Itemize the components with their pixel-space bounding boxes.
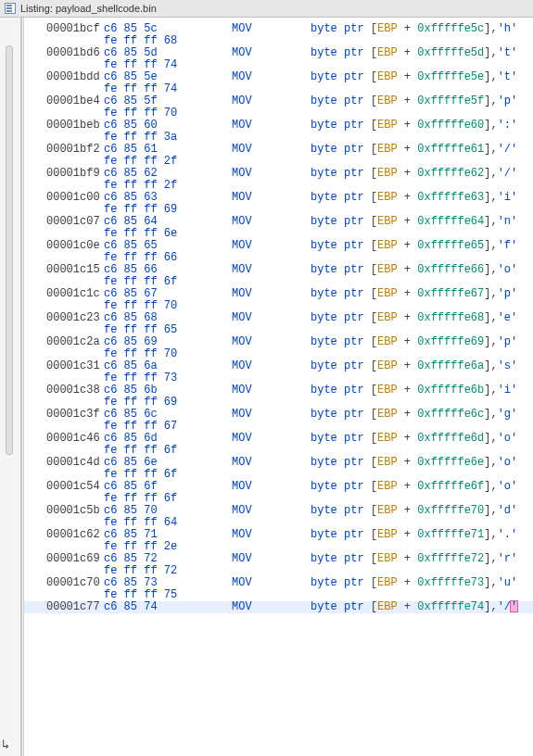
plus: + xyxy=(398,143,418,156)
register: EBP xyxy=(377,287,398,300)
offset: 0xfffffe6f xyxy=(417,480,484,493)
address: 00001bd6 xyxy=(46,47,100,59)
offset: 0xfffffe6a xyxy=(417,359,484,372)
disasm-line[interactable]: 00001c2ac6 85 69MOVbyte ptr [EBP + 0xfff… xyxy=(24,336,533,348)
keyword-byte: byte xyxy=(311,70,337,83)
comma: , xyxy=(490,456,497,469)
keyword-ptr: ptr xyxy=(344,600,364,613)
comma: , xyxy=(490,480,497,493)
keyword-ptr: ptr xyxy=(344,46,364,59)
offset: 0xfffffe61 xyxy=(417,143,484,156)
keyword-ptr: ptr xyxy=(344,504,364,517)
register: EBP xyxy=(377,191,398,204)
text-cursor: ' xyxy=(511,601,517,611)
register: EBP xyxy=(377,263,398,276)
disasm-line[interactable]: 00001c46c6 85 6dMOVbyte ptr [EBP + 0xfff… xyxy=(24,433,533,445)
plus: + xyxy=(398,528,418,541)
disasm-line[interactable]: 00001c1cc6 85 67MOVbyte ptr [EBP + 0xfff… xyxy=(24,288,533,300)
disasm-line[interactable]: 00001bebc6 85 60MOVbyte ptr [EBP + 0xfff… xyxy=(24,120,533,132)
disasm-line[interactable]: 00001c07c6 85 64MOVbyte ptr [EBP + 0xfff… xyxy=(24,216,533,228)
comma: , xyxy=(490,311,497,324)
operand: byte ptr [EBP + 0xfffffe61],'/' xyxy=(311,144,517,156)
bracket-open: [ xyxy=(371,576,377,589)
comma: , xyxy=(490,70,497,83)
register: EBP xyxy=(377,215,398,228)
bytes: c6 85 74 xyxy=(104,601,158,613)
bracket-open: [ xyxy=(371,119,377,132)
title-filename: payload_shellcode.bin xyxy=(56,0,157,17)
keyword-ptr: ptr xyxy=(344,263,364,276)
disasm-line[interactable]: 00001be4c6 85 5fMOVbyte ptr [EBP + 0xfff… xyxy=(24,95,533,107)
operand: byte ptr [EBP + 0xfffffe6e],'o' xyxy=(311,457,517,469)
disasm-line[interactable]: 00001c69c6 85 72MOVbyte ptr [EBP + 0xfff… xyxy=(24,553,533,565)
char-literal: 'd' xyxy=(498,504,518,517)
disasm-line[interactable]: 00001c62c6 85 71MOVbyte ptr [EBP + 0xfff… xyxy=(24,529,533,541)
offset: 0xfffffe64 xyxy=(417,215,484,228)
offset: 0xfffffe6e xyxy=(417,456,484,469)
register: EBP xyxy=(377,480,398,493)
char-literal: 's' xyxy=(498,359,518,372)
mnemonic: MOV xyxy=(232,481,252,493)
disasm-line[interactable]: 00001c00c6 85 63MOVbyte ptr [EBP + 0xfff… xyxy=(24,192,533,204)
disasm-line[interactable]: 00001c23c6 85 68MOVbyte ptr [EBP + 0xfff… xyxy=(24,312,533,324)
mnemonic: MOV xyxy=(232,553,252,565)
offset: 0xfffffe69 xyxy=(417,335,484,348)
disasm-line[interactable]: 00001c54c6 85 6fMOVbyte ptr [EBP + 0xfff… xyxy=(24,481,533,493)
register: EBP xyxy=(377,335,398,348)
mnemonic: MOV xyxy=(232,505,252,517)
plus: + xyxy=(398,311,418,324)
bracket-open: [ xyxy=(371,311,377,324)
operand: byte ptr [EBP + 0xfffffe67],'p' xyxy=(311,288,517,300)
offset: 0xfffffe62 xyxy=(417,167,484,180)
register: EBP xyxy=(377,456,398,469)
disasm-line[interactable]: 00001c0ec6 85 65MOVbyte ptr [EBP + 0xfff… xyxy=(24,240,533,252)
bracket-open: [ xyxy=(371,528,377,541)
bracket-open: [ xyxy=(371,143,377,156)
disasm-line[interactable]: 00001bd6c6 85 5dMOVbyte ptr [EBP + 0xfff… xyxy=(24,47,533,59)
operand: byte ptr [EBP + 0xfffffe66],'o' xyxy=(311,264,517,276)
overview-scroll-track[interactable] xyxy=(6,45,13,455)
keyword-byte: byte xyxy=(311,528,337,541)
keyword-byte: byte xyxy=(311,167,337,180)
disasm-line[interactable]: 00001c38c6 85 6bMOVbyte ptr [EBP + 0xfff… xyxy=(24,384,533,397)
address: 00001c3f xyxy=(46,409,100,421)
disasm-line[interactable]: 00001bddc6 85 5eMOVbyte ptr [EBP + 0xfff… xyxy=(24,71,533,83)
keyword-ptr: ptr xyxy=(344,239,364,252)
disassembly-view[interactable]: 00001bcfc6 85 5cMOVbyte ptr [EBP + 0xfff… xyxy=(24,18,533,756)
keyword-byte: byte xyxy=(311,311,337,324)
comma: , xyxy=(490,263,497,276)
address: 00001c70 xyxy=(46,577,100,589)
disasm-line[interactable]: 00001bcfc6 85 5cMOVbyte ptr [EBP + 0xfff… xyxy=(24,23,533,35)
char-literal: '/' xyxy=(498,600,518,613)
disasm-line[interactable]: 00001c70c6 85 73MOVbyte ptr [EBP + 0xfff… xyxy=(24,577,533,589)
disasm-line[interactable]: 00001c5bc6 85 70MOVbyte ptr [EBP + 0xfff… xyxy=(24,505,533,517)
char-literal: 't' xyxy=(498,70,518,83)
char-literal: '/' xyxy=(498,143,518,156)
address: 00001bcf xyxy=(46,23,100,35)
gutter[interactable]: ↳ xyxy=(0,18,24,756)
bracket-open: [ xyxy=(371,239,377,252)
disasm-line[interactable]: 00001c77c6 85 74MOVbyte ptr [EBP + 0xfff… xyxy=(24,601,533,613)
gutter-drag-handle[interactable] xyxy=(20,18,22,756)
disasm-line[interactable]: 00001bf2c6 85 61MOVbyte ptr [EBP + 0xfff… xyxy=(24,144,533,156)
register: EBP xyxy=(377,119,398,132)
disasm-line[interactable]: 00001c15c6 85 66MOVbyte ptr [EBP + 0xfff… xyxy=(24,264,533,276)
plus: + xyxy=(398,576,418,589)
mnemonic: MOV xyxy=(232,312,252,324)
char-literal: 'i' xyxy=(498,384,518,397)
address: 00001be4 xyxy=(46,95,100,107)
comma: , xyxy=(490,528,497,541)
mnemonic: MOV xyxy=(232,529,252,541)
disasm-line[interactable]: 00001c4dc6 85 6eMOVbyte ptr [EBP + 0xfff… xyxy=(24,457,533,469)
operand: byte ptr [EBP + 0xfffffe5f],'p' xyxy=(311,95,517,107)
keyword-byte: byte xyxy=(311,504,337,517)
disasm-line[interactable]: 00001c31c6 85 6aMOVbyte ptr [EBP + 0xfff… xyxy=(24,360,533,372)
plus: + xyxy=(398,287,418,300)
keyword-ptr: ptr xyxy=(344,335,364,348)
plus: + xyxy=(398,119,418,132)
disasm-line[interactable]: 00001c3fc6 85 6cMOVbyte ptr [EBP + 0xfff… xyxy=(24,409,533,421)
disasm-line[interactable]: 00001bf9c6 85 62MOVbyte ptr [EBP + 0xfff… xyxy=(24,168,533,180)
address: 00001c23 xyxy=(46,312,100,324)
mnemonic: MOV xyxy=(232,23,252,35)
address: 00001c38 xyxy=(46,384,100,397)
